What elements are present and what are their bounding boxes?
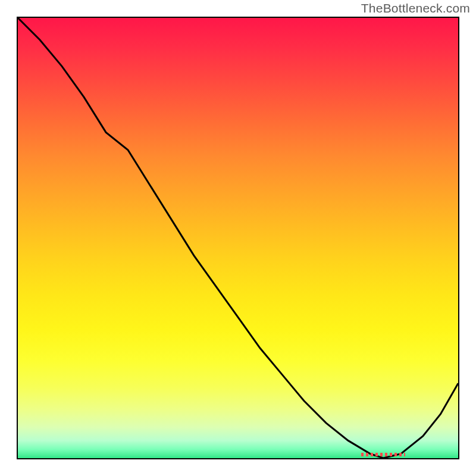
highlight-marker	[361, 453, 405, 456]
chart-canvas: TheBottleneck.com	[0, 0, 476, 476]
watermark-text: TheBottleneck.com	[361, 1, 470, 15]
plot-frame	[17, 17, 459, 459]
gradient-fill	[18, 18, 458, 458]
